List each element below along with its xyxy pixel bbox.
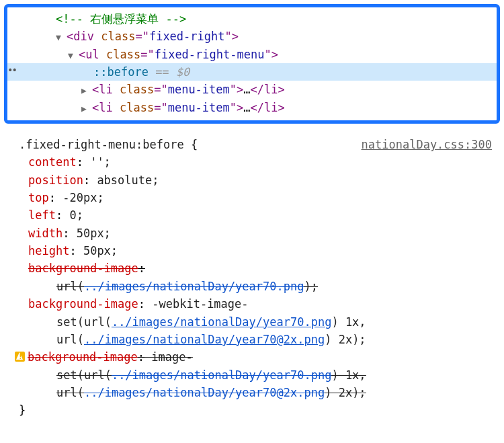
html-comment-text: 右侧悬浮菜单 <box>90 12 159 26</box>
console-var: $0 <box>176 65 190 79</box>
dom-ul-line[interactable]: ▼<ul class="fixed-right-menu"> <box>7 46 497 63</box>
css-source-link[interactable]: nationalDay.css:300 <box>362 136 492 153</box>
css-decl-bgimage-webkit-cont2[interactable]: url(../images/nationalDay/year70@2x.png)… <box>19 331 492 348</box>
html-comment-open: <!-- <box>56 12 90 26</box>
css-decl-bgimage-invalid-cont1[interactable]: set(url(../images/nationalDay/year70.png… <box>19 366 492 384</box>
dom-pseudo-before-line[interactable]: •• ::before == $0 <box>7 63 497 81</box>
css-decl-content[interactable]: content: ''; <box>19 153 492 171</box>
dom-div-line[interactable]: ▼<div class="fixed-right"> <box>7 28 497 45</box>
css-decl-width[interactable]: width: 50px; <box>19 225 492 242</box>
dom-li-line[interactable]: ▶<li class="menu-item">…</li> <box>7 99 497 116</box>
warning-icon <box>15 352 25 362</box>
css-selector[interactable]: .fixed-right-menu:before <box>19 138 184 151</box>
dom-li-line[interactable]: ▶<li class="menu-item">…</li> <box>7 81 497 98</box>
css-decl-bgimage-overridden-cont[interactable]: url(../images/nationalDay/year70.png); <box>19 278 492 295</box>
dom-tree-panel: <!-- 右侧悬浮菜单 --> ▼<div class="fixed-right… <box>4 4 500 124</box>
css-decl-bgimage-invalid-cont2[interactable]: url(../images/nationalDay/year70@2x.png)… <box>19 384 492 401</box>
css-decl-bgimage-webkit-cont1[interactable]: set(url(../images/nationalDay/year70.png… <box>19 313 492 331</box>
css-rule-header: .fixed-right-menu:before { nationalDay.c… <box>19 136 492 153</box>
css-decl-bgimage-overridden[interactable]: background-image: <box>19 259 492 277</box>
expand-arrow-icon[interactable]: ▼ <box>68 49 77 63</box>
css-decl-left[interactable]: left: 0; <box>19 206 492 224</box>
html-comment-close: --> <box>159 12 186 26</box>
css-decl-height[interactable]: height: 50px; <box>19 242 492 259</box>
collapse-arrow-icon[interactable]: ▶ <box>81 102 91 116</box>
collapse-arrow-icon[interactable]: ▶ <box>81 84 91 97</box>
css-decl-bgimage-invalid[interactable]: background-image: image- <box>19 348 492 366</box>
css-decl-bgimage-webkit[interactable]: background-image: -webkit-image- <box>19 295 492 313</box>
css-brace-close: } <box>19 401 492 419</box>
dom-comment-line[interactable]: <!-- 右侧悬浮菜单 --> <box>7 10 497 28</box>
gutter-dots-icon: •• <box>7 63 16 78</box>
css-styles-panel: .fixed-right-menu:before { nationalDay.c… <box>0 136 504 426</box>
css-decl-top[interactable]: top: -20px; <box>19 189 492 206</box>
pseudo-element-label: ::before <box>93 65 149 79</box>
expand-arrow-icon[interactable]: ▼ <box>56 31 65 44</box>
css-decl-position[interactable]: position: absolute; <box>19 171 492 189</box>
